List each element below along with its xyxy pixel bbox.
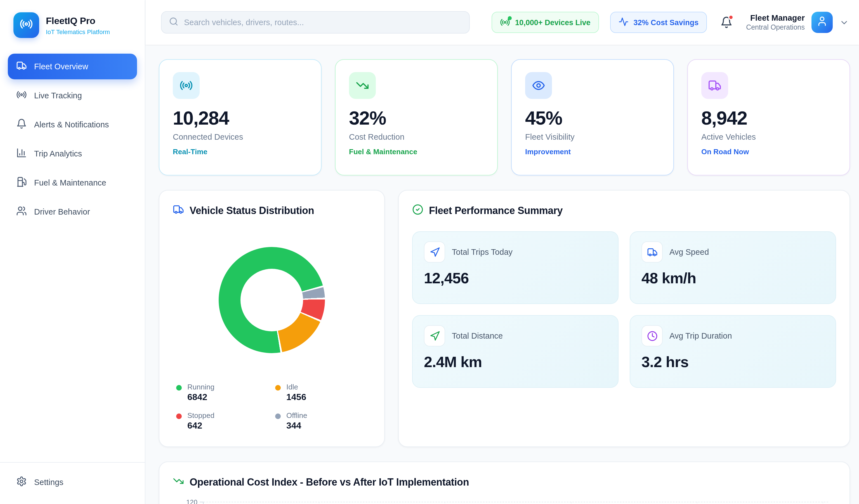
status-legend: Running6842 Idle1456 Stopped642 Off — [173, 382, 371, 433]
cost-savings-badge: 32% Cost Savings — [610, 12, 707, 33]
eye-icon — [525, 72, 552, 99]
chevron-down-icon[interactable] — [840, 18, 849, 27]
search-input[interactable] — [184, 18, 462, 27]
legend-label: Stopped — [187, 411, 214, 420]
legend-dot — [275, 413, 281, 419]
navigation-icon — [424, 241, 445, 263]
gridline — [204, 502, 828, 502]
legend-item: Stopped642 — [176, 411, 269, 431]
gridline — [823, 502, 824, 504]
activity-icon — [619, 16, 629, 28]
gridline — [697, 502, 697, 504]
brand: FleetIQ Pro IoT Telematics Platform — [0, 0, 145, 47]
legend-label: Offline — [286, 411, 307, 420]
legend-label: Idle — [286, 383, 306, 391]
perf-value: 3.2 hrs — [642, 354, 824, 371]
sidebar-item-label: Driver Behavior — [34, 207, 90, 216]
fuel-icon — [16, 176, 27, 189]
perf-value: 48 km/h — [642, 270, 824, 287]
user-menu[interactable]: Fleet Manager Central Operations — [746, 12, 849, 33]
trending-down-icon — [349, 72, 376, 99]
sidebar-item-settings[interactable]: Settings — [8, 469, 137, 495]
bell-icon — [16, 119, 27, 131]
stat-label: Connected Devices — [173, 132, 307, 141]
stat-label: Active Vehicles — [701, 132, 836, 141]
legend-value: 344 — [286, 421, 307, 431]
perf-label: Total Trips Today — [452, 248, 513, 256]
avg-trip-duration-tile: Avg Trip Duration 3.2 hrs — [630, 315, 836, 388]
card-title: Vehicle Status Distribution — [190, 205, 314, 217]
truck-icon — [173, 204, 184, 218]
perf-value: 12,456 — [424, 270, 607, 287]
fleet-visibility-card: 45% Fleet Visibility Improvement — [511, 59, 674, 175]
legend-dot — [176, 413, 182, 419]
live-dot — [508, 16, 512, 20]
sidebar-item-trip-analytics[interactable]: Trip Analytics — [8, 141, 137, 167]
main-content: 10,284 Connected Devices Real-Time 32% C… — [146, 45, 859, 504]
stat-footer: Real-Time — [173, 147, 307, 156]
perf-label: Avg Speed — [669, 248, 709, 256]
active-vehicles-card: 8,942 Active Vehicles On Road Now — [687, 59, 850, 175]
users-icon — [16, 206, 27, 218]
stat-footer: On Road Now — [701, 147, 836, 156]
search-icon — [169, 16, 178, 28]
devices-live-label: 10,000+ Devices Live — [515, 18, 590, 27]
sidebar-item-live-tracking[interactable]: Live Tracking — [8, 83, 137, 108]
stat-label: Fleet Visibility — [525, 132, 660, 141]
sidebar-item-label: Trip Analytics — [34, 149, 82, 158]
stat-value: 8,942 — [701, 107, 836, 129]
stat-value: 10,284 — [173, 107, 307, 129]
search-box — [161, 11, 470, 33]
sidebar-item-fuel-maintenance[interactable]: Fuel & Maintenance — [8, 170, 137, 195]
truck-icon — [642, 241, 663, 263]
card-title: Operational Cost Index - Before vs After… — [190, 477, 469, 488]
connected-devices-card: 10,284 Connected Devices Real-Time — [159, 59, 321, 175]
user-icon — [816, 16, 828, 29]
y-axis-tickmark — [200, 502, 203, 502]
sidebar-item-label: Live Tracking — [34, 91, 82, 100]
legend-item: Idle1456 — [275, 383, 367, 402]
sidebar-footer: Settings — [0, 462, 145, 504]
sidebar-item-label: Fleet Overview — [34, 62, 88, 71]
legend-item: Running6842 — [176, 383, 269, 402]
check-circle-icon — [412, 204, 423, 218]
total-trips-tile: Total Trips Today 12,456 — [412, 231, 619, 304]
bar-chart-icon — [16, 147, 27, 160]
user-name: Fleet Manager — [746, 13, 805, 22]
legend-label: Running — [187, 383, 214, 391]
stats-row: 10,284 Connected Devices Real-Time 32% C… — [159, 59, 850, 175]
card-title: Fleet Performance Summary — [429, 205, 562, 217]
legend-value: 6842 — [187, 392, 214, 402]
radio-icon — [173, 72, 200, 99]
sidebar-item-driver-behavior[interactable]: Driver Behavior — [8, 199, 137, 225]
status-donut — [218, 247, 325, 353]
stat-value: 45% — [525, 107, 660, 129]
clock-icon — [642, 325, 663, 346]
app-tagline: IoT Telematics Platform — [46, 28, 110, 35]
legend-dot — [275, 385, 281, 391]
avatar[interactable] — [812, 12, 833, 33]
topbar: 10,000+ Devices Live 32% Cost Savings Fl… — [146, 0, 859, 45]
cost-chart: 120 — [173, 497, 836, 504]
app-title: FleetIQ Pro — [46, 15, 110, 27]
stat-value: 32% — [349, 107, 484, 129]
gridline — [319, 502, 319, 504]
legend-value: 642 — [187, 421, 214, 431]
sidebar-item-label: Fuel & Maintenance — [34, 178, 106, 187]
y-axis-tick-label: 120 — [186, 499, 197, 504]
gridline — [445, 502, 446, 504]
truck-icon — [701, 72, 728, 99]
user-org: Central Operations — [746, 23, 805, 31]
sidebar: FleetIQ Pro IoT Telematics Platform Flee… — [0, 0, 146, 504]
radio-icon — [19, 17, 33, 33]
cost-reduction-card: 32% Cost Reduction Fuel & Maintenance — [335, 59, 498, 175]
fleet-performance-card: Fleet Performance Summary Total Trips To… — [398, 190, 850, 447]
avg-speed-tile: Avg Speed 48 km/h — [630, 231, 836, 304]
notifications-button[interactable] — [720, 16, 733, 29]
trending-down-icon — [173, 475, 184, 489]
sidebar-nav: Fleet Overview Live Tracking Alerts & No… — [0, 47, 145, 231]
sidebar-item-fleet-overview[interactable]: Fleet Overview — [8, 54, 137, 79]
brand-logo — [13, 12, 39, 38]
sidebar-item-alerts[interactable]: Alerts & Notifications — [8, 112, 137, 138]
devices-live-badge: 10,000+ Devices Live — [492, 12, 599, 33]
